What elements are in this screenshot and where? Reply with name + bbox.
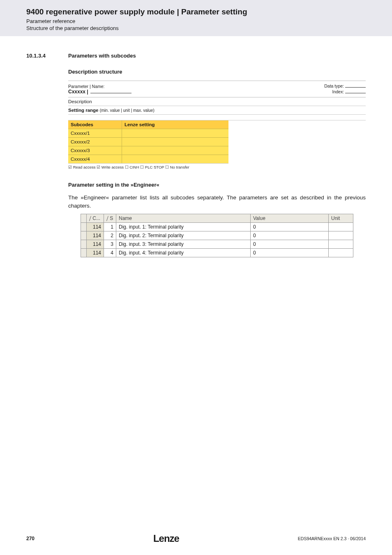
s-cell: 2 xyxy=(104,231,116,240)
setting-range-row: Setting range (min. value | unit | max. … xyxy=(68,106,366,115)
param-name-label: Parameter | Name: xyxy=(68,84,131,89)
s-cell: 1 xyxy=(104,223,116,231)
col-c-header: ⧸ C... xyxy=(87,214,104,223)
unit-cell xyxy=(329,223,353,231)
index-label: Index: xyxy=(332,89,344,94)
col-value-header: Value xyxy=(251,214,329,223)
data-type-label: Data type: xyxy=(324,83,344,88)
subcode-row: Cxxxxx/4 xyxy=(68,155,122,163)
name-cell: Dig. input. 2: Terminal polarity xyxy=(116,231,251,240)
expand-cell xyxy=(81,223,87,231)
col-expand-header xyxy=(81,214,87,223)
page-number: 270 xyxy=(26,536,35,541)
setting-range-empty-row xyxy=(68,115,366,120)
doc-reference: EDS94ARNExxxx EN 2.3 · 06/2014 xyxy=(298,536,366,541)
page-header-band: 9400 regenerative power supply module | … xyxy=(0,0,392,36)
expand-cell xyxy=(81,240,87,249)
subcodes-header: Subcodes xyxy=(68,120,122,129)
section-heading-row: 10.1.3.4 Parameters with subcodes xyxy=(26,53,366,59)
unit-cell xyxy=(329,249,353,257)
doc-sub1: Parameter reference xyxy=(0,16,392,24)
c-cell: 114 xyxy=(87,240,104,249)
subcode-row: Cxxxxx/2 xyxy=(68,138,122,146)
table-row: 114 4 Dig. input. 4: Terminal polarity 0 xyxy=(81,249,353,257)
value-cell: 0 xyxy=(251,223,329,231)
engineer-heading: Parameter setting in the »Engineer« xyxy=(68,182,366,188)
parameter-structure-box: Parameter | Name: Cxxxxx | Data type: In… xyxy=(68,81,366,172)
lenze-logo: Lenze xyxy=(153,533,179,544)
description-structure-heading: Description structure xyxy=(68,69,366,75)
table-row: 114 1 Dig. input. 1: Terminal polarity 0 xyxy=(81,223,353,231)
subcodes-block: Subcodes Lenze setting Cxxxxx/1 Cxxxxx/2… xyxy=(68,120,228,164)
table-row: 114 3 Dig. input. 3: Terminal polarity 0 xyxy=(81,240,353,249)
page-footer: 270 Lenze EDS94ARNExxxx EN 2.3 · 06/2014 xyxy=(0,533,392,544)
subcode-setting xyxy=(122,155,228,163)
setting-range-detail: (min. value | unit | max. value) xyxy=(100,108,154,113)
value-cell: 0 xyxy=(251,240,329,249)
lenze-setting-header: Lenze setting xyxy=(122,120,228,129)
subcode-setting xyxy=(122,129,228,137)
unit-cell xyxy=(329,240,353,249)
subcode-setting xyxy=(122,138,228,146)
section-title: Parameters with subcodes xyxy=(68,53,136,59)
access-flags: ☑ Read access ☑ Write access ☐ CINH ☐ PL… xyxy=(68,164,366,172)
table-header-row: ⧸ C... ⧸ S Name Value Unit xyxy=(81,214,353,223)
unit-cell xyxy=(329,231,353,240)
doc-title: 9400 regenerative power supply module | … xyxy=(0,7,392,16)
c-cell: 114 xyxy=(87,231,104,240)
subcode-setting xyxy=(122,146,228,155)
name-cell: Dig. input. 1: Terminal polarity xyxy=(116,223,251,231)
s-cell: 4 xyxy=(104,249,116,257)
value-cell: 0 xyxy=(251,249,329,257)
col-unit-header: Unit xyxy=(329,214,353,223)
c-cell: 114 xyxy=(87,249,104,257)
expand-cell xyxy=(81,231,87,240)
c-cell: 114 xyxy=(87,223,104,231)
engineer-parameter-table: ⧸ C... ⧸ S Name Value Unit 114 1 Dig. in… xyxy=(81,214,353,257)
section-number: 10.1.3.4 xyxy=(26,53,60,59)
subcode-row: Cxxxxx/1 xyxy=(68,129,122,137)
name-cell: Dig. input. 3: Terminal polarity xyxy=(116,240,251,249)
engineer-paragraph: The »Engineer« parameter list lists all … xyxy=(68,194,366,210)
value-cell: 0 xyxy=(251,231,329,240)
table-row: 114 2 Dig. input. 2: Terminal polarity 0 xyxy=(81,231,353,240)
param-name-blank xyxy=(90,93,131,93)
s-cell: 3 xyxy=(104,240,116,249)
doc-sub2: Structure of the parameter descriptions xyxy=(0,24,392,31)
name-cell: Dig. input. 4: Terminal polarity xyxy=(116,249,251,257)
expand-cell xyxy=(81,249,87,257)
index-blank xyxy=(345,93,366,93)
setting-range-label: Setting range xyxy=(68,108,98,113)
description-row: Description xyxy=(68,97,366,106)
col-name-header: Name xyxy=(116,214,251,223)
data-type-blank xyxy=(345,87,366,88)
col-s-header: ⧸ S xyxy=(104,214,116,223)
subcode-row: Cxxxxx/3 xyxy=(68,146,122,155)
param-code-placeholder: Cxxxxx | xyxy=(68,89,88,95)
